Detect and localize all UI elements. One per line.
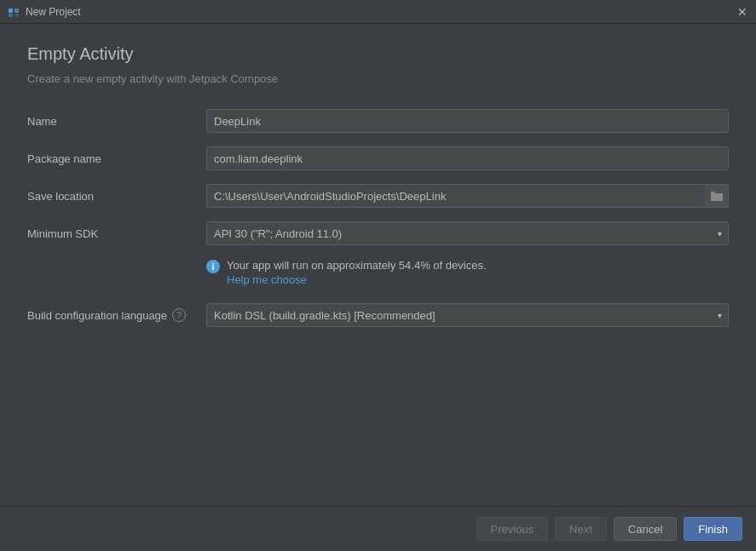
minimum-sdk-row: Minimum SDK API 21 ("Lollipop"; Android … [27, 221, 729, 245]
page-title: Empty Activity [27, 44, 729, 64]
svg-rect-5 [711, 192, 715, 194]
save-location-input[interactable] [206, 184, 705, 208]
close-button[interactable]: ✕ [736, 5, 749, 19]
sdk-info-row: i Your app will run on approximately 54.… [206, 259, 729, 286]
page-subtitle: Create a new empty activity with Jetpack… [27, 72, 729, 85]
help-link[interactable]: Help me choose [227, 273, 487, 286]
info-percentage: 54.4% [399, 259, 430, 272]
title-bar: New Project ✕ [0, 0, 756, 24]
sdk-info-message: Your app will run on approximately 54.4%… [227, 259, 487, 272]
name-input[interactable] [206, 109, 729, 133]
footer: Previous Next Cancel Finish [0, 506, 756, 551]
previous-button[interactable]: Previous [476, 517, 549, 541]
new-project-window: New Project ✕ Empty Activity Create a ne… [0, 0, 756, 551]
info-text-after: of devices. [430, 259, 487, 272]
name-control [206, 109, 729, 133]
main-content: Empty Activity Create a new empty activi… [0, 24, 756, 506]
save-location-control [206, 184, 729, 208]
name-label: Name [27, 115, 206, 128]
package-name-row: Package name [27, 146, 729, 170]
build-config-row: Build configuration language ? Kotlin DS… [27, 303, 729, 327]
save-location-row: Save location [27, 184, 729, 208]
svg-rect-3 [14, 14, 19, 17]
minimum-sdk-select-wrapper: API 21 ("Lollipop"; Android 5.0)API 23 (… [206, 221, 729, 245]
minimum-sdk-select[interactable]: API 21 ("Lollipop"; Android 5.0)API 23 (… [206, 221, 729, 245]
save-location-label: Save location [27, 190, 206, 203]
app-icon [7, 5, 20, 19]
path-input-wrapper [206, 184, 729, 208]
svg-rect-1 [14, 9, 19, 13]
browse-button[interactable] [705, 184, 729, 208]
name-row: Name [27, 109, 729, 133]
minimum-sdk-label: Minimum SDK [27, 227, 206, 240]
svg-rect-2 [9, 14, 13, 17]
window-title: New Project [26, 6, 736, 18]
minimum-sdk-control: API 21 ("Lollipop"; Android 5.0)API 23 (… [206, 221, 729, 245]
package-name-label: Package name [27, 152, 206, 165]
build-config-label-text: Build configuration language [27, 309, 167, 322]
build-config-select-wrapper: Kotlin DSL (build.gradle.kts) [Recommend… [206, 303, 729, 327]
build-config-help-icon[interactable]: ? [172, 308, 186, 322]
build-config-control: Kotlin DSL (build.gradle.kts) [Recommend… [206, 303, 729, 327]
svg-rect-4 [711, 193, 723, 201]
form-area: Name Package name Save location [27, 109, 729, 492]
svg-rect-0 [9, 9, 13, 13]
info-icon: i [206, 260, 220, 273]
cancel-button[interactable]: Cancel [614, 517, 677, 541]
build-config-select[interactable]: Kotlin DSL (build.gradle.kts) [Recommend… [206, 303, 729, 327]
next-button[interactable]: Next [555, 517, 607, 541]
sdk-info-text: Your app will run on approximately 54.4%… [227, 259, 487, 286]
info-text-before: Your app will run on approximately [227, 259, 399, 272]
package-name-input[interactable] [206, 146, 729, 170]
build-config-label: Build configuration language ? [27, 308, 206, 322]
finish-button[interactable]: Finish [684, 517, 742, 541]
package-name-control [206, 146, 729, 170]
